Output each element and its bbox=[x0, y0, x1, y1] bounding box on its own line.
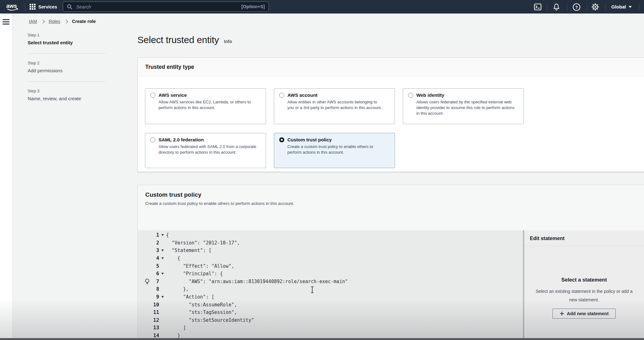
topbar-divider bbox=[25, 3, 25, 11]
lightbulb-suggestion-icon[interactable] bbox=[145, 278, 150, 286]
notifications-button[interactable] bbox=[552, 3, 560, 11]
frame-edge bbox=[0, 338, 644, 340]
topbar-divider bbox=[639, 3, 639, 11]
entity-option-aws-service[interactable]: AWS service Allow AWS services like EC2,… bbox=[145, 88, 266, 124]
line-number: 4 bbox=[138, 255, 159, 261]
entity-option-description: Create a custom trust policy to enable o… bbox=[287, 144, 383, 155]
entity-option-web-identity[interactable]: Web identity Allows users federated by t… bbox=[403, 88, 524, 124]
info-link[interactable]: Info bbox=[224, 39, 232, 44]
step-title: Add permissions bbox=[28, 68, 106, 73]
entity-option-label: Web identity bbox=[416, 92, 444, 98]
line-number: 9 bbox=[138, 294, 159, 300]
code-line[interactable]: 10 "sts:AssumeRole", bbox=[138, 301, 521, 309]
step-number-label: Step 3 bbox=[28, 89, 106, 93]
line-number: 8 bbox=[138, 286, 159, 292]
entity-option-description: Allows users federated by the specified … bbox=[416, 99, 517, 117]
edit-statement-title: Edit statement bbox=[524, 230, 644, 246]
topbar-divider bbox=[605, 3, 606, 11]
wizard-step-1[interactable]: Step 1 Select trusted entity bbox=[28, 33, 106, 45]
radio-unchecked[interactable] bbox=[408, 93, 413, 98]
entity-option-label: SAML 2.0 federation bbox=[158, 137, 204, 142]
step-number-label: Step 2 bbox=[28, 61, 106, 65]
fold-caret-icon[interactable] bbox=[159, 234, 166, 236]
code-text: }, bbox=[166, 286, 189, 292]
wizard-steps-nav: Step 1 Select trusted entity Step 2 Add … bbox=[28, 33, 106, 101]
search-input[interactable] bbox=[75, 4, 241, 10]
fold-caret-icon[interactable] bbox=[159, 257, 166, 259]
services-menu-button[interactable]: Services bbox=[30, 0, 57, 14]
settings-button[interactable] bbox=[591, 3, 599, 11]
line-number: 2 bbox=[138, 240, 159, 246]
radio-unchecked[interactable] bbox=[150, 137, 155, 142]
code-text: } bbox=[166, 333, 180, 338]
card-header: Trusted entity type bbox=[138, 58, 644, 77]
code-text: "AWS": "arn:aws:iam::813019440892:role/s… bbox=[166, 279, 348, 284]
step-divider bbox=[28, 81, 106, 82]
policy-section-description: Create a custom trust policy to enable o… bbox=[145, 201, 636, 206]
region-selector[interactable]: Global bbox=[611, 0, 632, 14]
search-shortcut-hint: [Option+S] bbox=[241, 4, 265, 9]
code-line[interactable]: 2 "Version": "2012-10-17", bbox=[138, 239, 521, 247]
code-line[interactable]: 1{ bbox=[138, 231, 521, 239]
line-number: 6 bbox=[138, 271, 159, 277]
region-label: Global bbox=[611, 4, 626, 9]
code-text: "Effect": "Allow", bbox=[166, 263, 234, 269]
step-title: Select trusted entity bbox=[28, 40, 106, 45]
aws-logo[interactable]: aws bbox=[6, 2, 20, 13]
code-line[interactable]: 7 "AWS": "arn:aws:iam::813019440892:role… bbox=[138, 278, 521, 286]
svg-text:aws: aws bbox=[6, 3, 17, 9]
line-number: 12 bbox=[138, 317, 159, 323]
code-line[interactable]: 8 }, bbox=[138, 285, 521, 293]
svg-text:?: ? bbox=[575, 5, 578, 9]
topbar-divider bbox=[567, 3, 567, 11]
code-text: "Principal": { bbox=[166, 271, 223, 277]
code-text: { bbox=[166, 255, 180, 261]
fold-caret-icon[interactable] bbox=[159, 273, 166, 275]
code-text: "Version": "2012-10-17", bbox=[166, 240, 240, 246]
help-button[interactable]: ? bbox=[572, 3, 580, 11]
global-search-box[interactable]: [Option+S] bbox=[63, 2, 269, 12]
code-line[interactable]: 12 "sts:SetSourceIdentity" bbox=[138, 316, 521, 324]
code-line[interactable]: 6 "Principal": { bbox=[138, 270, 521, 278]
line-number: 10 bbox=[138, 302, 159, 308]
wizard-step-3[interactable]: Step 3 Name, review, and create bbox=[28, 89, 106, 101]
fold-caret-icon[interactable] bbox=[159, 250, 166, 251]
code-text: "sts:SetSourceIdentity" bbox=[166, 317, 254, 323]
breadcrumb-current-page: Create role bbox=[72, 19, 96, 24]
code-line[interactable]: 9 "Action": [ bbox=[138, 293, 521, 301]
entity-option-saml-federation[interactable]: SAML 2.0 federation Allow users federate… bbox=[145, 133, 266, 168]
code-text: "Action": [ bbox=[166, 294, 214, 300]
entity-option-description: Allow users federated with SAML 2.0 from… bbox=[158, 144, 259, 155]
policy-section-title: Custom trust policy bbox=[145, 191, 636, 198]
entity-option-description: Allow AWS services like EC2, Lambda, or … bbox=[158, 99, 253, 111]
plus-icon bbox=[560, 311, 564, 316]
radio-checked[interactable] bbox=[279, 137, 284, 142]
code-text: "Statement": [ bbox=[166, 248, 212, 253]
add-button-label: Add new statement bbox=[567, 311, 609, 316]
breadcrumb-link-roles[interactable]: Roles bbox=[49, 19, 60, 24]
radio-unchecked[interactable] bbox=[279, 93, 284, 98]
code-line[interactable]: 4 { bbox=[138, 255, 521, 262]
line-number: 11 bbox=[138, 310, 159, 315]
code-line[interactable]: 13 ] bbox=[138, 324, 521, 332]
policy-json-editor[interactable]: 1{ 2 "Version": "2012-10-17", 3 "Stateme… bbox=[138, 230, 644, 340]
fold-caret-icon[interactable] bbox=[159, 296, 166, 298]
add-new-statement-button[interactable]: Add new statement bbox=[552, 309, 616, 319]
code-line[interactable]: 3 "Statement": [ bbox=[138, 247, 521, 255]
cloudshell-button[interactable] bbox=[534, 3, 542, 11]
step-number-label: Step 1 bbox=[28, 33, 106, 37]
breadcrumb-link-iam[interactable]: IAM bbox=[29, 19, 37, 24]
step-title: Name, review, and create bbox=[28, 96, 106, 101]
line-number: 13 bbox=[138, 325, 159, 331]
menu-hamburger-icon[interactable] bbox=[3, 19, 9, 26]
entity-option-aws-account[interactable]: AWS account Allow entities in other AWS … bbox=[274, 88, 395, 124]
top-navigation-bar: aws Services [Option+S] bbox=[0, 0, 644, 14]
help-icon: ? bbox=[573, 3, 580, 11]
code-line[interactable]: 5 "Effect": "Allow", bbox=[138, 262, 521, 270]
code-line[interactable]: 11 "sts:TagSession", bbox=[138, 309, 521, 316]
wizard-step-2[interactable]: Step 2 Add permissions bbox=[28, 61, 106, 73]
editor-code-area[interactable]: 1{ 2 "Version": "2012-10-17", 3 "Stateme… bbox=[138, 231, 521, 339]
radio-unchecked[interactable] bbox=[150, 93, 155, 98]
entity-option-custom-trust-policy[interactable]: Custom trust policy Create a custom trus… bbox=[274, 133, 395, 168]
policy-card-header: Custom trust policy Create a custom trus… bbox=[138, 185, 644, 206]
